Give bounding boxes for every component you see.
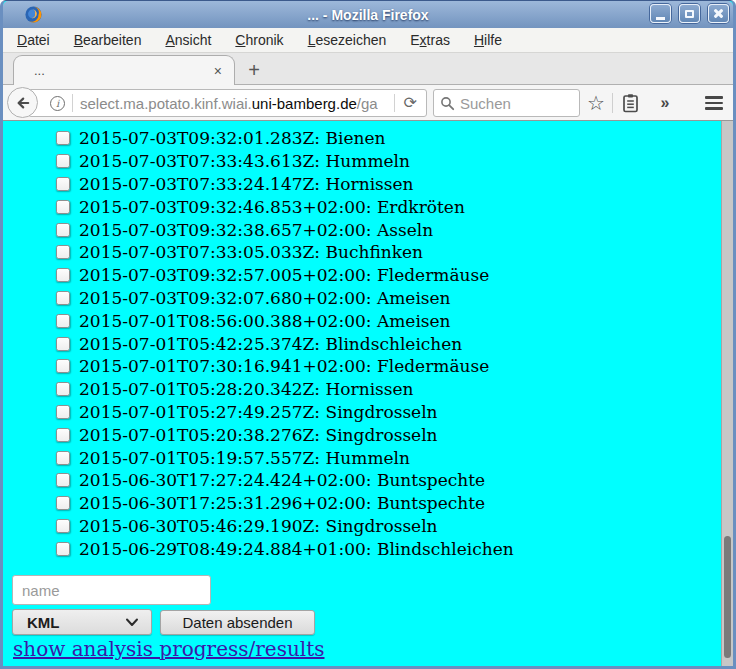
analysis-progress-link[interactable]: show analysis progress/results: [13, 637, 324, 661]
menu-item-text: ilfe: [484, 32, 502, 48]
observation-list: 2015-07-03T09:32:01.283Z: Bienen 2015-07…: [3, 121, 733, 560]
reload-icon[interactable]: ⟳: [395, 95, 426, 111]
url-path: /ga: [357, 95, 378, 112]
url-separator: [72, 94, 73, 112]
observation-checkbox[interactable]: [56, 405, 70, 419]
back-button[interactable]: [7, 87, 38, 118]
list-item: 2015-07-03T09:32:46.853+02:00: Erdkröten: [56, 195, 733, 218]
menu-item[interactable]: Chronik: [235, 32, 283, 48]
url-bar[interactable]: i select.ma.potato.kinf.wiai.uni-bamberg…: [28, 89, 427, 117]
list-item: 2015-07-03T09:32:57.005+02:00: Fledermäu…: [56, 264, 733, 287]
menu-item[interactable]: Ansicht: [165, 32, 211, 48]
page-content: 2015-07-03T09:32:01.283Z: Bienen 2015-07…: [3, 121, 733, 666]
toolbar-separator: [612, 93, 613, 113]
new-tab-button[interactable]: +: [241, 58, 267, 82]
format-select-value: KML: [27, 614, 60, 631]
menu-item-accesskey: B: [74, 32, 83, 48]
tab-close-icon[interactable]: ×: [214, 64, 222, 78]
observation-label: 2015-07-03T09:32:07.680+02:00: Ameisen: [79, 288, 451, 308]
observation-label: 2015-06-29T08:49:24.884+01:00: Blindschl…: [79, 539, 514, 559]
menu-item-text: nsicht: [175, 32, 212, 48]
browser-tab[interactable]: ... ×: [13, 55, 235, 85]
menu-item[interactable]: Hilfe: [474, 32, 502, 48]
hamburger-menu-icon[interactable]: [699, 85, 729, 121]
menu-bar: Datei Bearbeiten Ansicht Chronik Lesezei…: [3, 28, 733, 53]
window-title: ... - Mozilla Firefox: [3, 7, 733, 23]
menu-item-accesskey: C: [235, 32, 245, 48]
format-select[interactable]: KML: [12, 609, 152, 635]
observation-label: 2015-06-30T17:25:31.296+02:00: Buntspech…: [79, 493, 485, 513]
observation-checkbox[interactable]: [56, 382, 70, 396]
observation-checkbox[interactable]: [56, 542, 70, 556]
observation-checkbox[interactable]: [56, 291, 70, 305]
scrollbar-track[interactable]: [721, 121, 733, 666]
observation-label: 2015-07-01T05:27:49.257Z: Singdrosseln: [79, 402, 438, 422]
list-item: 2015-06-30T17:25:31.296+02:00: Buntspech…: [56, 492, 733, 515]
observation-label: 2015-07-03T09:32:57.005+02:00: Fledermäu…: [79, 265, 489, 285]
search-icon: [440, 96, 455, 111]
observation-label: 2015-07-03T09:32:01.283Z: Bienen: [79, 128, 385, 148]
list-item: 2015-06-30T05:46:29.190Z: Singdrosseln: [56, 515, 733, 538]
submit-button[interactable]: Daten absenden: [160, 610, 315, 635]
observation-label: 2015-07-01T05:20:38.276Z: Singdrosseln: [79, 425, 438, 445]
site-info-icon[interactable]: i: [50, 96, 65, 111]
observation-label: 2015-07-03T07:33:05.033Z: Buchfinken: [79, 242, 423, 262]
observation-checkbox[interactable]: [56, 131, 70, 145]
navigation-bar: i select.ma.potato.kinf.wiai.uni-bamberg…: [3, 85, 733, 121]
observation-label: 2015-07-03T09:32:38.657+02:00: Asseln: [79, 220, 433, 240]
minimize-icon[interactable]: [650, 4, 671, 23]
list-item: 2015-07-01T08:56:00.388+02:00: Ameisen: [56, 309, 733, 332]
observation-checkbox[interactable]: [56, 245, 70, 259]
menu-item[interactable]: Lesezeichen: [308, 32, 387, 48]
overflow-chevron-icon[interactable]: »: [652, 85, 678, 121]
observation-checkbox[interactable]: [56, 359, 70, 373]
bookmarks-list-icon[interactable]: [616, 85, 644, 121]
back-arrow-icon: [15, 95, 31, 111]
tab-bar: ... × +: [3, 53, 733, 85]
observation-checkbox[interactable]: [56, 154, 70, 168]
menu-item[interactable]: Bearbeiten: [74, 32, 142, 48]
observation-checkbox[interactable]: [56, 473, 70, 487]
list-item: 2015-06-29T08:49:24.884+01:00: Blindschl…: [56, 537, 733, 560]
chevron-down-icon: [125, 618, 139, 627]
close-icon[interactable]: [708, 4, 729, 23]
observation-label: 2015-06-30T17:27:24.424+02:00: Buntspech…: [79, 470, 485, 490]
observation-label: 2015-07-01T05:19:57.557Z: Hummeln: [79, 448, 410, 468]
bookmark-star-icon[interactable]: ☆: [583, 85, 609, 121]
observation-label: 2015-07-01T05:42:25.374Z: Blindschleiche…: [79, 334, 462, 354]
observation-checkbox[interactable]: [56, 519, 70, 533]
url-prefix: select.ma.potato.kinf.wiai.: [80, 95, 252, 112]
menu-item-text: hronik: [245, 32, 283, 48]
observation-label: 2015-07-03T07:33:24.147Z: Hornissen: [79, 174, 414, 194]
search-input[interactable]: [460, 95, 573, 112]
menu-item-accesskey: H: [474, 32, 484, 48]
list-item: 2015-07-01T05:42:25.374Z: Blindschleiche…: [56, 332, 733, 355]
list-item: 2015-07-01T05:19:57.557Z: Hummeln: [56, 446, 733, 469]
title-bar: ... - Mozilla Firefox: [3, 1, 733, 28]
firefox-window: ... - Mozilla Firefox Datei Bearbeiten A…: [0, 0, 736, 669]
observation-checkbox[interactable]: [56, 223, 70, 237]
observation-checkbox[interactable]: [56, 428, 70, 442]
maximize-icon[interactable]: [679, 4, 700, 23]
url-text: select.ma.potato.kinf.wiai.uni-bamberg.d…: [80, 95, 378, 112]
menu-item[interactable]: Extras: [410, 32, 450, 48]
observation-checkbox[interactable]: [56, 337, 70, 351]
tab-title: ...: [34, 63, 45, 78]
list-item: 2015-07-03T09:32:07.680+02:00: Ameisen: [56, 287, 733, 310]
observation-label: 2015-06-30T05:46:29.190Z: Singdrosseln: [79, 516, 438, 536]
observation-label: 2015-07-01T08:56:00.388+02:00: Ameisen: [79, 311, 451, 331]
menu-item[interactable]: Datei: [17, 32, 50, 48]
observation-label: 2015-07-01T07:30:16.941+02:00: Fledermäu…: [79, 356, 489, 376]
observation-checkbox[interactable]: [56, 314, 70, 328]
observation-checkbox[interactable]: [56, 200, 70, 214]
list-item: 2015-07-01T05:20:38.276Z: Singdrosseln: [56, 423, 733, 446]
name-input[interactable]: [12, 575, 211, 605]
observation-checkbox[interactable]: [56, 451, 70, 465]
observation-checkbox[interactable]: [56, 177, 70, 191]
menu-item-accesskey: A: [165, 32, 174, 48]
scrollbar-thumb[interactable]: [724, 536, 731, 658]
menu-item-text: esezeichen: [315, 32, 386, 48]
observation-checkbox[interactable]: [56, 496, 70, 510]
menu-item-text: earbeiten: [83, 32, 141, 48]
observation-checkbox[interactable]: [56, 268, 70, 282]
